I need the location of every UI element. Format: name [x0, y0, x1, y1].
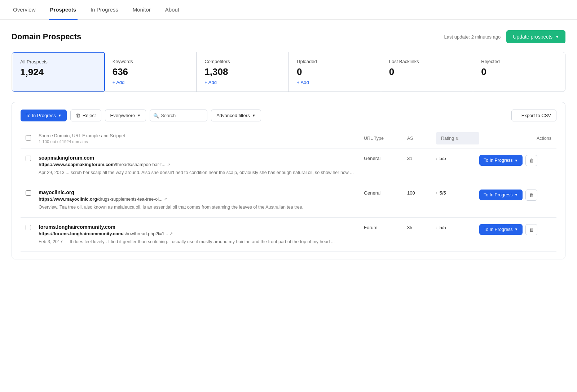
rating-cell-1: › 5/5 [436, 155, 479, 161]
header-row: Domain Prospects Last update: 2 minutes … [12, 30, 565, 43]
as-value-3: 35 [407, 224, 436, 230]
stat-value-uploaded: 0 [297, 66, 373, 77]
row-to-progress-label-2: To In Progress [484, 192, 513, 197]
row-to-progress-label-1: To In Progress [484, 158, 513, 163]
stat-value-keywords: 636 [113, 66, 189, 77]
domain-url-1: https://www.soapmakingforum.com/threads/… [39, 162, 364, 167]
to-in-progress-button[interactable]: To In Progress ▼ [21, 110, 67, 121]
url-rest-3: /showthread.php?t=1... [122, 231, 168, 236]
stat-label-uploaded: Uploaded [297, 59, 373, 64]
domain-name-3: forums.longhaircommunity.com [39, 224, 364, 230]
stat-label-all: All Prospects [20, 59, 96, 64]
row-progress-chevron-icon-3: ▼ [515, 227, 518, 231]
row-delete-button-3[interactable]: 🗑 [525, 224, 537, 235]
external-link-icon-3[interactable]: ↗ [169, 231, 173, 236]
stat-label-rejected: Rejected [481, 59, 557, 64]
row-delete-button-2[interactable]: 🗑 [525, 190, 537, 201]
stat-value-competitors: 1,308 [204, 66, 281, 77]
page-title: Domain Prospects [12, 32, 81, 41]
location-dropdown[interactable]: Everywhere ▼ [105, 110, 146, 121]
row-checkbox-cell-1 [26, 155, 39, 161]
stat-add-uploaded[interactable]: + Add [297, 80, 373, 85]
table-subtitle: 1-100 out of 1924 domains [39, 139, 364, 144]
prospects-table: Source Domain, URL Example and Snippet 1… [21, 129, 556, 252]
url-bold-1: https://www.soapmakingforum.com [39, 162, 115, 167]
col-rating-label: Rating [441, 136, 454, 141]
stat-card-uploaded[interactable]: Uploaded 0 + Add [289, 52, 381, 92]
last-update-text: Last update: 2 minutes ago [444, 34, 501, 40]
row-to-progress-button-2[interactable]: To In Progress ▼ [479, 190, 523, 200]
advanced-filters-button[interactable]: Advanced filters ▼ [211, 110, 261, 121]
col-source-domain-label: Source Domain, URL Example and Snippet [39, 133, 364, 138]
url-type-2: General [364, 190, 407, 196]
snippet-text-1: ... scrub her scalp all the way around. … [66, 170, 354, 175]
location-chevron-icon: ▼ [137, 113, 141, 117]
stat-card-keywords[interactable]: Keywords 636 + Add [105, 52, 197, 92]
nav-prospects[interactable]: Prospects [49, 0, 78, 20]
reject-button[interactable]: 🗑 Reject [70, 110, 101, 121]
rating-value-2: 5/5 [440, 190, 446, 196]
col-url-type: URL Type [364, 136, 407, 141]
stat-card-rejected[interactable]: Rejected 0 [473, 52, 565, 92]
rating-cell-2: › 5/5 [436, 190, 479, 196]
filter-section: To In Progress ▼ 🗑 Reject Everywhere ▼ 🔍… [12, 102, 565, 259]
row-domain-info-1: soapmakingforum.com https://www.soapmaki… [39, 155, 364, 176]
stat-card-lost-backlinks[interactable]: Lost Backlinks 0 [381, 52, 474, 92]
table-row: forums.longhaircommunity.com https://for… [21, 218, 556, 252]
trash-icon: 🗑 [76, 113, 80, 118]
select-all-checkbox[interactable] [26, 135, 31, 141]
row-delete-button-1[interactable]: 🗑 [525, 155, 537, 166]
row-checkbox-1[interactable] [26, 156, 31, 161]
domain-url-3: https://forums.longhaircommunity.com/sho… [39, 231, 364, 236]
stat-add-keywords[interactable]: + Add [113, 80, 189, 85]
col-rating[interactable]: Rating ⇅ [436, 132, 479, 144]
row-to-progress-button-3[interactable]: To In Progress ▼ [479, 224, 523, 235]
search-wrap: 🔍 [150, 110, 207, 121]
url-bold-3: https://forums.longhaircommunity.com [39, 231, 122, 236]
actions-cell-2: To In Progress ▼ 🗑 [479, 190, 551, 201]
row-delete-icon-3: 🗑 [529, 227, 534, 232]
advanced-filters-chevron-icon: ▼ [252, 113, 256, 117]
external-link-icon-2[interactable]: ↗ [164, 197, 167, 201]
external-link-icon-1[interactable]: ↗ [167, 162, 170, 167]
rating-chevron-icon-3: › [436, 225, 437, 230]
update-btn-chevron-icon: ▼ [555, 35, 559, 39]
location-label: Everywhere [110, 113, 135, 118]
stat-value-all: 1,924 [20, 67, 96, 78]
row-to-progress-button-1[interactable]: To In Progress ▼ [479, 155, 523, 166]
rating-cell-3: › 5/5 [436, 224, 479, 230]
stat-card-competitors[interactable]: Competitors 1,308 + Add [197, 52, 289, 92]
row-checkbox-2[interactable] [26, 190, 31, 196]
rating-chevron-icon-1: › [436, 156, 437, 161]
domain-name-1: soapmakingforum.com [39, 155, 364, 161]
update-prospects-button[interactable]: Update prospects ▼ [506, 30, 565, 43]
domain-url-2: https://www.mayoclinic.org/drugs-supplem… [39, 197, 364, 202]
advanced-filters-label: Advanced filters [216, 113, 250, 118]
row-to-progress-label-3: To In Progress [484, 227, 513, 232]
url-rest-2: /drugs-supplements-tea-tree-oi... [97, 197, 162, 202]
nav-about[interactable]: About [164, 0, 181, 20]
as-value-2: 100 [407, 190, 436, 196]
stat-label-keywords: Keywords [113, 59, 189, 64]
stat-add-competitors[interactable]: + Add [204, 80, 281, 85]
table-row: mayoclinic.org https://www.mayoclinic.or… [21, 183, 556, 218]
col-as: AS [407, 136, 436, 141]
stat-card-all-prospects[interactable]: All Prospects 1,924 [12, 52, 105, 92]
stat-label-lost: Lost Backlinks [389, 59, 465, 64]
row-domain-info-2: mayoclinic.org https://www.mayoclinic.or… [39, 190, 364, 211]
export-csv-button[interactable]: ↑ Export to CSV [511, 110, 556, 121]
header-actions: Last update: 2 minutes ago Update prospe… [444, 30, 565, 43]
row-checkbox-3[interactable] [26, 225, 31, 230]
row-delete-icon-1: 🗑 [529, 158, 534, 163]
url-type-1: General [364, 155, 407, 161]
sort-icon: ⇅ [455, 136, 459, 141]
row-checkbox-cell-3 [26, 224, 39, 230]
stat-value-rejected: 0 [481, 66, 557, 77]
nav-monitor[interactable]: Monitor [131, 0, 152, 20]
snippet-text-3: — It does feel lovely . I find it gentle… [64, 239, 335, 244]
nav-in-progress[interactable]: In Progress [89, 0, 120, 20]
col-actions: Actions [479, 136, 551, 141]
nav-overview[interactable]: Overview [12, 0, 37, 20]
search-icon: 🔍 [153, 113, 159, 118]
rating-value-3: 5/5 [440, 225, 446, 230]
